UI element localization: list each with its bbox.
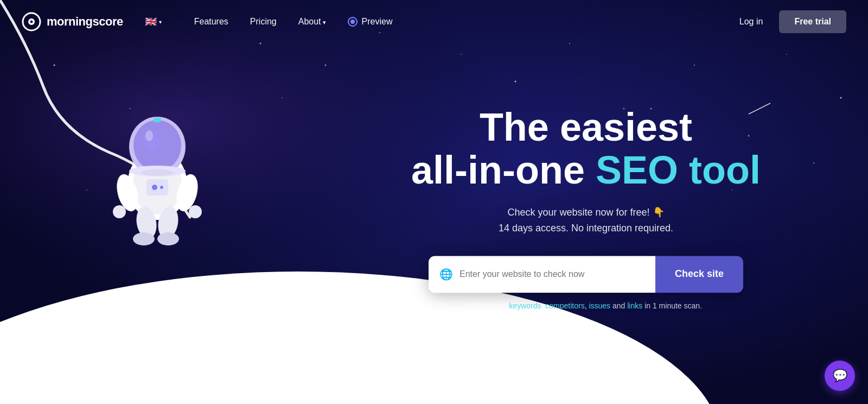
svg-point-48 [30,21,33,23]
svg-point-5 [86,190,87,191]
svg-point-42 [152,185,157,190]
svg-point-11 [515,81,516,83]
nav-about[interactable]: About▾ [298,17,326,27]
svg-point-44 [141,169,174,176]
svg-point-7 [282,97,283,98]
hero-title: The easiest all-in-one SEO tool [396,106,776,192]
nav-preview[interactable]: Preview [348,17,393,27]
hero-subtitle: Check your website now for free! 👇 14 da… [396,205,776,237]
svg-point-31 [145,130,153,141]
globe-icon: 🌐 [439,268,453,281]
hero-section: morningscore 🇬🇧 ▾ Features Pricing About… [0,0,868,404]
logo[interactable]: morningscore [22,12,123,31]
search-input-wrapper: 🌐 [429,256,655,293]
keywords-link[interactable]: keywords [509,301,541,310]
nav-links: Features Pricing About▾ Preview [194,17,739,27]
hero-footer-text: Full info on keywords, competitors, issu… [396,301,776,310]
navbar: morningscore 🇬🇧 ▾ Features Pricing About… [0,0,868,43]
hero-content: The easiest all-in-one SEO tool Check yo… [396,106,776,310]
svg-point-3 [54,65,55,66]
nav-right: Log in Free trial [739,10,846,33]
nav-pricing[interactable]: Pricing [250,17,277,27]
check-site-button[interactable]: Check site [655,256,743,293]
svg-point-18 [840,97,842,99]
about-chevron-icon: ▾ [323,19,326,26]
chat-button[interactable]: 💬 [825,361,855,391]
chevron-down-icon: ▾ [159,19,162,25]
svg-point-8 [325,65,327,66]
flag-icon: 🇬🇧 [145,16,157,28]
svg-point-16 [786,54,787,55]
website-search-input[interactable] [459,269,644,279]
search-bar: 🌐 Check site [429,256,743,293]
language-selector[interactable]: 🇬🇧 ▾ [145,16,162,28]
svg-point-17 [813,162,814,163]
svg-point-43 [160,186,163,189]
svg-point-14 [694,65,695,66]
svg-point-36 [189,205,202,218]
login-button[interactable]: Log in [739,17,763,27]
svg-point-34 [113,205,126,218]
logo-text: morningscore [47,15,123,29]
svg-point-10 [461,54,462,55]
preview-dot-icon [348,17,358,27]
svg-rect-45 [154,118,161,122]
issues-link[interactable]: issues [589,301,610,310]
nav-features[interactable]: Features [194,17,228,27]
competitors-link[interactable]: competitors [545,301,584,310]
chat-icon: 💬 [833,369,847,383]
free-trial-button[interactable]: Free trial [779,10,846,33]
svg-point-39 [133,232,155,245]
astronaut-illustration [98,76,217,252]
svg-point-40 [157,232,179,245]
links-link[interactable]: links [627,301,642,310]
